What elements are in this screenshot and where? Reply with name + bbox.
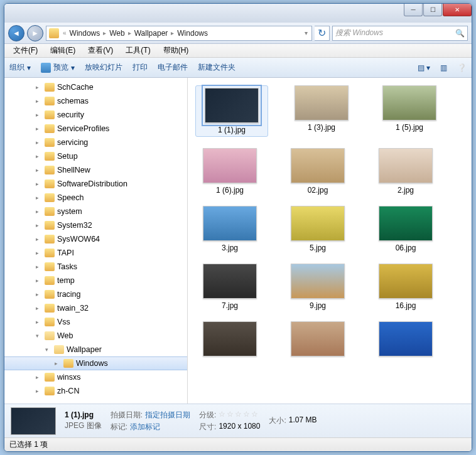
breadcrumb-item[interactable]: Web [107,29,126,38]
preview-button[interactable]: 预览 ▾ [41,62,75,73]
tree-item[interactable]: ▸SoftwareDistribution [4,177,187,191]
expand-icon[interactable]: ▸ [36,319,42,325]
tree-label: Setup [57,152,78,161]
preview-pane-button[interactable]: ▥ [440,63,447,72]
tree-item[interactable]: ▸Windows [4,356,187,370]
refresh-button[interactable]: ↻ [315,26,330,41]
expand-icon[interactable]: ▸ [36,195,42,201]
expand-icon[interactable]: ▾ [36,333,42,339]
tree-label: schemas [57,97,89,105]
thumbnail-item[interactable]: 1 (6).jpg [195,148,264,195]
expand-icon[interactable]: ▸ [36,112,42,118]
menu-item[interactable]: 编辑(E) [44,44,82,57]
tree-item[interactable]: ▸System32 [4,218,187,232]
tag-value[interactable]: 添加标记 [130,422,160,432]
thumbnail-item[interactable] [283,321,352,359]
expand-icon[interactable]: ▾ [45,346,51,353]
search-input[interactable]: 搜索 Windows 🔍 [332,26,468,41]
tree-item[interactable]: ▸zh-CN [4,384,187,398]
slideshow-button[interactable]: 放映幻灯片 [85,62,122,73]
expand-icon[interactable]: ▸ [36,222,42,228]
tree-item[interactable]: ▸security [4,108,187,122]
expand-icon[interactable]: ▸ [36,305,42,311]
thumbnail-item[interactable]: 1 (3).jpg [287,85,356,137]
tree-item[interactable]: ▾Web [4,329,187,343]
date-value[interactable]: 指定拍摄日期 [145,410,190,420]
date-label: 拍摄日期: [111,410,143,420]
back-button[interactable]: ◄ [8,25,24,41]
tree-item[interactable]: ▸Setup [4,149,187,163]
expand-icon[interactable]: ▸ [36,126,42,132]
thumbnail-item[interactable] [195,321,264,359]
close-button[interactable]: ✕ [443,4,472,16]
status-text: 已选择 1 项 [9,439,48,450]
breadcrumb-item[interactable]: Windows [68,29,102,38]
breadcrumb-item[interactable]: Wallpaper [133,29,170,38]
thumbnail-item[interactable]: 9.jpg [283,264,352,310]
maximize-button[interactable]: ☐ [423,4,442,16]
tree-item[interactable]: ▸servicing [4,136,187,149]
tree-item[interactable]: ▸temp [4,274,187,287]
help-button[interactable]: ❔ [457,63,467,72]
tree-item[interactable]: ▾Wallpaper [4,343,187,356]
menu-item[interactable]: 查看(V) [82,44,119,57]
address-bar[interactable]: « Windows ▸ Web ▸ Wallpaper ▸ Windows ▾ [46,26,312,41]
tree-item[interactable]: ▸TAPI [4,246,187,260]
tree-item[interactable]: ▸winsxs [4,370,187,384]
tree-item[interactable]: ▸SysWOW64 [4,232,187,246]
thumbnail-item[interactable]: 1 (5).jpg [375,85,444,137]
expand-icon[interactable]: ▸ [36,291,42,297]
expand-icon[interactable]: ▸ [36,264,42,270]
thumbnail-item[interactable]: 02.jpg [283,148,352,195]
thumbnail-item[interactable] [371,321,440,359]
email-button[interactable]: 电子邮件 [158,62,188,73]
menu-item[interactable]: 工具(T) [119,44,156,57]
expand-icon[interactable]: ▸ [36,388,42,394]
tree-item[interactable]: ▸SchCache [4,80,187,94]
tree-item[interactable]: ▸Vss [4,315,187,329]
expand-icon[interactable]: ▸ [36,181,42,187]
breadcrumb-item[interactable]: Windows [175,29,210,38]
thumbnail-item[interactable]: 16.jpg [371,264,440,310]
thumbnail-image [295,85,349,120]
expand-icon[interactable]: ▸ [36,139,42,146]
organize-button[interactable]: 组织 ▾ [9,62,31,73]
expand-icon[interactable]: ▸ [36,250,42,256]
menu-item[interactable]: 帮助(H) [157,44,195,57]
expand-icon[interactable]: ▸ [36,277,42,284]
expand-icon[interactable]: ▸ [55,360,61,367]
file-list[interactable]: 1 (1).jpg1 (3).jpg1 (5).jpg1 (6).jpg02.j… [188,78,472,404]
tree-item[interactable]: ▸Tasks [4,260,187,274]
titlebar[interactable]: ─ ☐ ✕ [4,4,472,23]
forward-button[interactable]: ► [27,25,43,41]
expand-icon[interactable]: ▸ [36,167,42,173]
tree-item[interactable]: ▸schemas [4,94,187,108]
thumbnail-image [379,206,433,241]
tree-item[interactable]: ▸tracing [4,287,187,301]
view-options-button[interactable]: ▤ ▾ [418,63,430,72]
tree-item[interactable]: ▸ServiceProfiles [4,122,187,136]
thumbnail-item[interactable]: 5.jpg [283,206,352,252]
tree-item[interactable]: ▸ShellNew [4,163,187,177]
minimize-button[interactable]: ─ [404,4,423,16]
tree-item[interactable]: ▸twain_32 [4,301,187,315]
menu-item[interactable]: 文件(F) [7,44,44,57]
folder-tree[interactable]: ▸SchCache▸schemas▸security▸ServiceProfil… [4,78,188,404]
tree-item[interactable]: ▸system [4,205,187,218]
dropdown-icon[interactable]: ▾ [303,29,309,36]
expand-icon[interactable]: ▸ [36,236,42,242]
print-button[interactable]: 打印 [133,62,148,73]
thumbnail-item[interactable]: 06.jpg [371,206,440,252]
expand-icon[interactable]: ▸ [36,153,42,159]
tree-item[interactable]: ▸Speech [4,191,187,205]
rating-stars[interactable]: ☆☆☆☆☆ [219,410,259,420]
newfolder-button[interactable]: 新建文件夹 [198,62,235,73]
expand-icon[interactable]: ▸ [36,208,42,215]
expand-icon[interactable]: ▸ [36,84,42,90]
expand-icon[interactable]: ▸ [36,98,42,104]
thumbnail-item[interactable]: 2.jpg [371,148,440,195]
thumbnail-item[interactable]: 1 (1).jpg [195,85,268,137]
thumbnail-item[interactable]: 7.jpg [195,264,264,310]
thumbnail-item[interactable]: 3.jpg [195,206,264,252]
expand-icon[interactable]: ▸ [36,374,42,380]
